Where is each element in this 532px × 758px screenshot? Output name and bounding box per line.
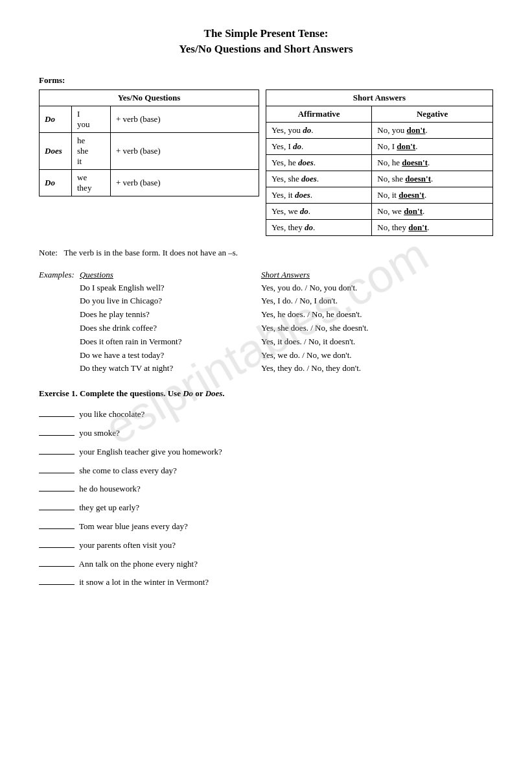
exercise-section: Exercise 1. Complete the questions. Use … <box>39 388 493 589</box>
does-row-col3: + verb (base) <box>111 132 259 169</box>
do-row-1-col3: + verb (base) <box>111 106 259 132</box>
exercise-item-7: Tom wear blue jeans every day? <box>39 520 493 534</box>
blank-5 <box>39 491 75 492</box>
exercise-item-6: they get up early? <box>39 501 493 515</box>
example-q-5: Does it often rain in Vermont? <box>80 335 248 349</box>
blank-1 <box>39 416 75 417</box>
blank-3 <box>39 454 75 455</box>
aff-row-2: Yes, I do. <box>266 138 372 154</box>
aff-row-3: Yes, he does. <box>266 154 372 171</box>
short-answers-header: Short Answers <box>266 89 493 106</box>
does-row-col1: Does <box>40 132 72 169</box>
example-q-1: Do I speak English well? <box>80 281 248 295</box>
blank-7 <box>39 528 75 529</box>
neg-row-3: No, he doesn't. <box>372 154 493 171</box>
example-a-4: Yes, she does. / No, she doesn't. <box>261 322 493 335</box>
exercise-item-8: your parents often visit you? <box>39 539 493 552</box>
exercise-item-4: she come to class every day? <box>39 464 493 478</box>
affirmative-header: Affirmative <box>266 106 372 122</box>
yes-no-questions-table: Yes/No Questions Do Iyou + verb (base) D… <box>39 89 259 236</box>
example-q-7: Do they watch TV at night? <box>80 362 248 375</box>
example-q-2: Do you live in Chicago? <box>80 294 248 308</box>
page-title: The Simple Present Tense: Yes/No Questio… <box>39 26 493 57</box>
exercise-item-2: you smoke? <box>39 427 493 440</box>
examples-short-answers: Short Answers Yes, you do. / No, you don… <box>261 270 493 376</box>
questions-heading: Questions <box>80 270 248 280</box>
exercise-item-9: Ann talk on the phone every night? <box>39 558 493 571</box>
aff-row-6: Yes, we do. <box>266 203 372 219</box>
negative-header: Negative <box>372 106 493 122</box>
example-a-1: Yes, you do. / No, you don't. <box>261 281 493 295</box>
do-row-1-col2: Iyou <box>72 106 111 132</box>
example-q-3: Does he play tennis? <box>80 308 248 322</box>
exercise-item-5: he do housework? <box>39 482 493 496</box>
forms-label: Forms: <box>39 75 493 86</box>
aff-row-4: Yes, she does. <box>266 171 372 187</box>
example-q-4: Does she drink coffee? <box>80 322 248 335</box>
exercise-item-10: it snow a lot in the winter in Vermont? <box>39 576 493 589</box>
does-row-col2: hesheit <box>72 132 111 169</box>
example-a-2: Yes, I do. / No, I don't. <box>261 294 493 308</box>
note-text: The verb is in the base form. It does no… <box>64 248 238 257</box>
example-a-6: Yes, we do. / No, we don't. <box>261 349 493 362</box>
neg-row-6: No, we don't. <box>372 203 493 219</box>
neg-row-5: No, it doesn't. <box>372 187 493 203</box>
yes-no-header: Yes/No Questions <box>40 89 259 106</box>
exercise-title: Exercise 1. Complete the questions. Use … <box>39 388 493 399</box>
examples-label: Examples: <box>39 270 75 280</box>
blank-9 <box>39 566 75 567</box>
blank-10 <box>39 584 75 585</box>
neg-row-7: No, they don't. <box>372 219 493 235</box>
example-a-7: Yes, they do. / No, they don't. <box>261 362 493 375</box>
aff-row-1: Yes, you do. <box>266 122 372 138</box>
aff-row-5: Yes, it does. <box>266 187 372 203</box>
short-answers-table: Short Answers Affirmative Negative Yes, … <box>266 89 493 236</box>
do-row-2-col1: Do <box>40 169 72 196</box>
blank-6 <box>39 510 75 510</box>
example-a-3: Yes, he does. / No, he doesn't. <box>261 308 493 322</box>
neg-row-2: No, I don't. <box>372 138 493 154</box>
aff-row-7: Yes, they do. <box>266 219 372 235</box>
neg-row-4: No, she doesn't. <box>372 171 493 187</box>
note-label: Note: <box>39 248 58 257</box>
example-q-6: Do we have a test today? <box>80 349 248 362</box>
do-row-1-col1: Do <box>40 106 72 132</box>
blank-4 <box>39 473 75 473</box>
examples-section: Examples: Questions Do I speak English w… <box>39 270 493 376</box>
do-row-2-col3: + verb (base) <box>111 169 259 196</box>
blank-2 <box>39 435 75 436</box>
neg-row-1: No, you don't. <box>372 122 493 138</box>
exercise-item-3: your English teacher give you homework? <box>39 445 493 459</box>
example-a-5: Yes, it does. / No, it doesn't. <box>261 335 493 349</box>
blank-8 <box>39 547 75 548</box>
examples-row: Questions Do I speak English well? Do yo… <box>80 270 493 376</box>
exercise-item-1: you like chocolate? <box>39 408 493 421</box>
exercise-list: you like chocolate? you smoke? your Engl… <box>39 408 493 589</box>
examples-questions: Questions Do I speak English well? Do yo… <box>80 270 248 376</box>
tables-wrapper: Yes/No Questions Do Iyou + verb (base) D… <box>39 89 493 236</box>
short-answers-heading: Short Answers <box>261 270 493 280</box>
note-section: Note: The verb is in the base form. It d… <box>39 248 493 258</box>
do-row-2-col2: wethey <box>72 169 111 196</box>
